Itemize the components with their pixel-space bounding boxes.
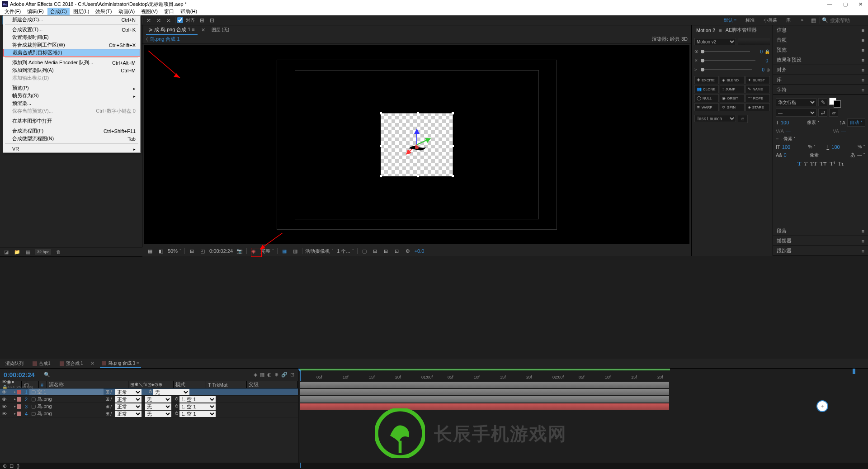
menu-item[interactable]: 新建合成(C)...Ctrl+N — [3, 16, 140, 24]
menu-item[interactable]: 预渲染... — [3, 99, 140, 107]
view-count-dropdown[interactable]: 1 个... — [337, 248, 354, 255]
side-section-4[interactable]: 对齐≡ — [773, 65, 868, 75]
current-timecode[interactable]: 0:00:02:24 — [4, 371, 35, 379]
parent-dropdown[interactable]: 1. 空 1 — [179, 411, 216, 417]
viewer-timecode[interactable]: 0:00:02:24 — [209, 248, 233, 254]
bpc-button[interactable]: 32 bpc — [35, 249, 51, 255]
allcaps-button[interactable]: TT — [810, 160, 817, 167]
tracking-input[interactable]: — — [841, 128, 865, 134]
motion-btn-stare[interactable]: ◈STARE — [745, 103, 770, 111]
comp-tab-active[interactable]: ≽ 成 鸟.png 合成 1 ≡ — [146, 25, 198, 35]
eyedropper-icon[interactable]: ✎ — [818, 98, 827, 106]
baseline-input[interactable]: 0 — [783, 152, 808, 158]
italic-button[interactable]: T — [804, 160, 807, 167]
menu-8[interactable]: 帮助(H) — [178, 8, 200, 15]
menu-4[interactable]: 效果(T) — [93, 8, 114, 15]
menu-3[interactable]: 图层(L) — [71, 8, 92, 15]
zoom-dropdown[interactable]: 50% — [168, 248, 182, 254]
work-area-end[interactable] — [853, 369, 855, 374]
close-button[interactable]: ✕ — [859, 1, 863, 7]
subscript-button[interactable]: T₁ — [838, 160, 844, 167]
font-size-input[interactable]: 100 — [781, 120, 805, 125]
channel-icon[interactable]: ◧ — [157, 247, 165, 255]
font-family-dropdown[interactable]: 华文行楷 — [776, 98, 816, 106]
tl-icon-6[interactable]: ⊡ — [290, 372, 294, 378]
trash-icon[interactable]: 🗑 — [55, 249, 62, 255]
motion-preset-dropdown[interactable]: Motion v2 — [694, 38, 736, 45]
menu-item[interactable]: 将合成裁剪到工作区(W)Ctrl+Shift+X — [3, 41, 140, 49]
tl-icon-2[interactable]: ▦ — [260, 372, 264, 378]
trkmat-dropdown[interactable]: 无 — [145, 396, 171, 403]
vscale-input[interactable]: 100 — [782, 144, 807, 150]
leading-auto[interactable]: 自动 ˅ — [847, 118, 865, 127]
axis-view-icon[interactable]: ⤩ — [164, 16, 173, 24]
vb-icon4[interactable]: ⊡ — [393, 247, 401, 255]
menu-item[interactable]: 合成流程图(F)Ctrl+Shift+F11 — [3, 127, 140, 135]
motion-tab-2[interactable]: AE脚本管理器 — [724, 26, 759, 34]
menu-item[interactable]: 添加到渲染队列(A)Ctrl+M — [3, 66, 140, 74]
hscale-input[interactable]: 100 — [831, 144, 856, 150]
timeline-tab-close[interactable]: ✕ — [90, 360, 94, 366]
unlock-icon[interactable]: ⊕ — [766, 67, 770, 72]
tlb-icon1[interactable]: ⊕ — [3, 463, 7, 469]
motion-btn-null[interactable]: ◯NULL — [694, 94, 719, 102]
menu-item[interactable]: 裁剪合成到目标区域(I) — [3, 49, 140, 57]
side-section-1[interactable]: 音频≡ — [773, 35, 868, 45]
tl-icon-3[interactable]: ◐ — [267, 372, 272, 378]
motion-slider-2[interactable] — [701, 69, 752, 70]
motion-btn-orbit[interactable]: ◉ORBIT — [720, 94, 744, 102]
menu-2[interactable]: 合成(C) — [47, 8, 70, 15]
work-area-bar[interactable] — [300, 369, 670, 370]
side-section-2[interactable]: 预览≡ — [773, 45, 868, 55]
tl-icon-5[interactable]: 🔗 — [281, 372, 288, 378]
layer-row-4[interactable]: 👁▸4▢ 鸟.png⊞ /正常无⥀ 1. 空 1 — [0, 410, 298, 417]
tsume-val[interactable]: — ˅ — [857, 152, 865, 157]
tl-icon-1[interactable]: ◈ — [254, 372, 257, 378]
motion-btn-rope[interactable]: 〰ROPE — [745, 94, 770, 102]
tab-close-icon[interactable]: ✕ — [201, 27, 205, 33]
motion-slider-0[interactable] — [701, 51, 750, 52]
snap-checkbox[interactable] — [177, 17, 183, 23]
layout-more[interactable]: » — [796, 17, 808, 24]
stroke-unit[interactable]: - 像素 ˅ — [780, 136, 796, 142]
tl-icon-4[interactable]: ⊕ — [274, 372, 278, 378]
res-icon[interactable]: ⊞ — [188, 247, 196, 255]
timeline-tab-2[interactable]: 预合成 1 — [58, 360, 85, 368]
menu-bar[interactable]: 文件(F)编辑(E)合成(C)图层(L)效果(T)动画(A)视图(V)窗口帮助(… — [0, 8, 868, 15]
renderer-value[interactable]: 经典 3D — [670, 36, 688, 43]
trkmat-dropdown[interactable]: 无 — [145, 411, 171, 417]
maximize-button[interactable]: ▢ — [843, 1, 848, 7]
layer-row-3[interactable]: 👁▸3▢ 鸟.png⊞ /正常无⥀ 1. 空 1 — [0, 403, 298, 410]
menu-7[interactable]: 窗口 — [161, 8, 177, 15]
font-style-dropdown[interactable]: — — [776, 109, 816, 117]
parent-dropdown[interactable]: 无 — [153, 389, 189, 395]
menu-item[interactable]: 合成设置(T)...Ctrl+K — [3, 26, 140, 33]
layout-2[interactable]: 小屏幕 — [759, 16, 782, 24]
menu-item[interactable]: 帧另存为(S)▸ — [3, 92, 140, 99]
layout-0[interactable]: 默认 ≡ — [719, 16, 741, 24]
breadcrumb-item[interactable]: 鸟.png 合成 1 — [150, 36, 180, 43]
new-comp-icon[interactable]: ▦ — [24, 249, 32, 255]
parent-dropdown[interactable]: 1. 空 1 — [179, 396, 216, 403]
motion-btn-excite[interactable]: ✚EXCITE — [694, 76, 719, 84]
new-folder-icon[interactable]: 📁 — [14, 249, 21, 255]
camera-dropdown[interactable]: 活动摄像机 — [305, 248, 334, 255]
composition-menu-dropdown[interactable]: 新建合成(C)...Ctrl+N合成设置(T)...Ctrl+K设置海报时间(E… — [3, 15, 141, 153]
composition-viewer[interactable] — [144, 45, 689, 244]
resolution-dropdown[interactable]: 完整 — [260, 248, 274, 255]
axis-world-icon[interactable]: ⤨ — [154, 16, 163, 24]
motion-slider-1[interactable] — [701, 60, 755, 61]
no-fill-icon[interactable]: ▱ — [829, 109, 838, 117]
vb-icon1[interactable]: ▢ — [360, 247, 368, 255]
motion-val-2[interactable]: 0 — [754, 67, 764, 72]
toggle-transparency-icon[interactable]: ▦ — [280, 247, 288, 255]
menu-item[interactable]: 设置海报时间(E) — [3, 33, 140, 41]
alpha-toggle-icon[interactable]: ▦ — [146, 247, 154, 255]
menu-item[interactable]: 预览(P)▸ — [3, 84, 140, 92]
motion-btn-jump[interactable]: ↕JUMP — [720, 85, 744, 93]
task-launch-dropdown[interactable]: Task Launch — [694, 115, 736, 122]
motion-btn-burst[interactable]: ✦BURST — [745, 76, 770, 84]
motion-val-0[interactable]: 0 — [752, 49, 763, 54]
timeline-tab-0[interactable]: 渲染队列 — [4, 360, 25, 368]
menu-item[interactable]: 合成微型流程图(N)Tab — [3, 135, 140, 142]
